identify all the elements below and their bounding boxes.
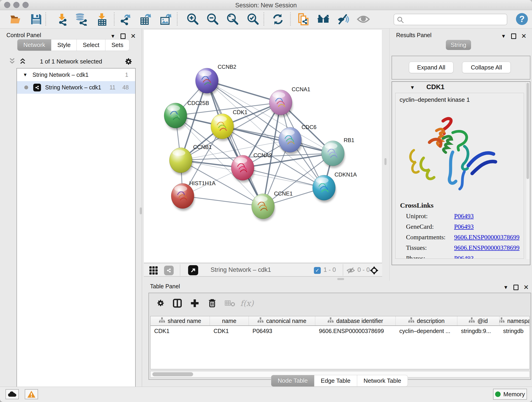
network-collection-row[interactable]: ▼ String Network – cdk1 1 xyxy=(17,69,135,81)
export-network-icon[interactable] xyxy=(119,12,133,26)
copy-network-icon[interactable] xyxy=(297,12,310,26)
tab-string[interactable]: String xyxy=(446,40,471,50)
scrollbar-thumb[interactable] xyxy=(152,372,193,376)
cloud-button[interactable] xyxy=(6,389,19,399)
table-cell[interactable]: P06493 xyxy=(249,326,315,336)
zoom-in-icon[interactable] xyxy=(186,12,199,26)
zoom-out-icon[interactable] xyxy=(206,12,219,26)
horizontal-splitter-handle[interactable] xyxy=(337,278,344,280)
function-builder-icon[interactable]: f(x) xyxy=(241,297,253,310)
import-network-file-icon[interactable] xyxy=(55,12,69,26)
panel-collapse-icon[interactable]: ▼ xyxy=(110,33,115,39)
panel-splitter-handle[interactable] xyxy=(140,207,142,214)
column-header-description[interactable]: description xyxy=(396,316,457,325)
network-row[interactable]: String Network – cdk1 11 48 xyxy=(17,81,135,94)
show-all-icon[interactable] xyxy=(356,12,370,26)
panel-collapse-icon[interactable]: ▼ xyxy=(501,33,506,39)
memory-button[interactable]: Memory xyxy=(493,389,527,400)
network-node-cdc25b[interactable] xyxy=(164,103,187,130)
table-options-gear-icon[interactable] xyxy=(154,297,167,310)
network-node-ccne1[interactable] xyxy=(252,194,275,221)
open-session-icon[interactable] xyxy=(9,12,23,26)
expand-all-button[interactable]: Expand All xyxy=(409,62,453,73)
table-row[interactable]: CDK1CDK1P064939606.ENSP00000378699cyclin… xyxy=(151,326,530,336)
selected-filter-checkbox[interactable]: ✓ xyxy=(314,267,321,274)
crosslink-value-link[interactable]: 9606.ENSP00000378699 xyxy=(454,234,519,241)
network-node-hist1h1a[interactable] xyxy=(171,183,195,211)
network-node-ccna1[interactable] xyxy=(269,90,293,117)
table-cell[interactable]: CDK1 xyxy=(151,326,210,336)
column-header-name[interactable]: name xyxy=(210,316,249,325)
search-input[interactable] xyxy=(394,14,507,25)
network-options-gear-icon[interactable] xyxy=(124,57,133,67)
delete-column-icon[interactable] xyxy=(206,297,219,310)
table-cell[interactable]: stringdb xyxy=(500,326,530,336)
panel-close-icon[interactable]: ✕ xyxy=(524,283,529,291)
tab-select[interactable]: Select xyxy=(77,39,105,51)
network-node-ccna2[interactable] xyxy=(231,155,254,182)
network-node-cdc6[interactable] xyxy=(279,127,302,154)
warnings-button[interactable] xyxy=(25,389,38,399)
network-canvas[interactable]: CCNB2CCNA1CDC25BCDK1CDC6RB1CCNB1CCNA2CDK… xyxy=(144,30,382,262)
hidden-eye-icon[interactable] xyxy=(346,267,355,275)
column-header-shared-name[interactable]: shared name xyxy=(151,316,210,325)
column-header-database-identifier[interactable]: database identifier xyxy=(315,316,396,325)
show-columns-icon[interactable] xyxy=(171,297,184,310)
scrollbar-thumb[interactable] xyxy=(526,83,529,179)
help-icon[interactable]: ? xyxy=(516,13,528,25)
results-vertical-scrollbar[interactable] xyxy=(526,82,530,259)
table-cell[interactable]: cyclin–dependent ... xyxy=(396,326,457,336)
tab-network-table[interactable]: Network Table xyxy=(357,375,408,387)
tab-sets[interactable]: Sets xyxy=(105,39,129,51)
crosslink-value-link[interactable]: 9606.ENSP00000378699 xyxy=(454,244,519,251)
tab-style[interactable]: Style xyxy=(51,39,77,51)
crosslink-value-link[interactable]: P06493 xyxy=(454,212,474,220)
network-node-cdk1[interactable] xyxy=(211,114,234,141)
panel-close-icon[interactable]: ✕ xyxy=(131,32,136,40)
add-column-icon[interactable] xyxy=(188,297,201,310)
open-in-window-icon[interactable] xyxy=(188,265,198,275)
network-edge[interactable] xyxy=(207,81,263,206)
birdseye-toggle-icon[interactable] xyxy=(370,266,379,276)
panel-close-icon[interactable]: ✕ xyxy=(521,32,526,40)
entry-collapse-icon[interactable]: ▼ xyxy=(410,85,415,90)
tab-network[interactable]: Network xyxy=(17,39,51,51)
table-cell[interactable]: CDK1 xyxy=(210,326,249,336)
entry-header[interactable]: ▼ CDK1 xyxy=(392,82,530,92)
zoom-selected-icon[interactable] xyxy=(246,12,260,26)
tab-node-table[interactable]: Node Table xyxy=(271,375,314,387)
network-edge[interactable] xyxy=(183,196,263,206)
panel-collapse-icon[interactable]: ▼ xyxy=(503,284,508,290)
column-header-canonical-name[interactable]: canonical name xyxy=(249,316,315,325)
crosslink-value-link[interactable]: P06493 xyxy=(454,223,474,230)
panel-float-icon[interactable] xyxy=(120,33,126,39)
collapse-all-button[interactable]: Collapse All xyxy=(462,62,511,73)
tree-expand-icon[interactable]: ▼ xyxy=(23,72,27,77)
panel-float-icon[interactable] xyxy=(513,285,519,290)
node-table[interactable]: shared namenamecanonical namedatabase id… xyxy=(150,316,530,369)
refresh-icon[interactable] xyxy=(271,12,285,26)
column-header--id[interactable]: @id xyxy=(457,316,500,325)
column-header-namespace[interactable]: namespace xyxy=(500,316,530,325)
network-node-ccnb2[interactable] xyxy=(196,68,219,95)
grid-view-icon[interactable] xyxy=(149,266,158,274)
zoom-fit-icon[interactable] xyxy=(225,12,239,26)
network-node-cdkn1a[interactable] xyxy=(312,175,336,202)
tab-edge-table[interactable]: Edge Table xyxy=(314,375,357,387)
import-network-database-icon[interactable] xyxy=(74,12,88,26)
vertical-splitter-handle[interactable] xyxy=(385,158,386,165)
table-cell[interactable]: stringdb:9... xyxy=(457,326,500,336)
crosslink-value-link[interactable]: P06493 xyxy=(454,255,474,259)
save-session-icon[interactable] xyxy=(29,12,43,26)
hide-selected-icon[interactable] xyxy=(336,12,350,26)
export-image-icon[interactable] xyxy=(159,12,173,26)
home-icon[interactable] xyxy=(317,12,330,26)
network-node-ccnb1[interactable] xyxy=(169,148,193,175)
delete-table-icon[interactable] xyxy=(224,297,236,310)
export-table-icon[interactable] xyxy=(139,12,153,26)
network-node-rb1[interactable] xyxy=(322,141,345,168)
panel-float-icon[interactable] xyxy=(511,33,516,39)
network-share-icon[interactable] xyxy=(164,266,174,275)
import-table-file-icon[interactable] xyxy=(95,12,109,26)
table-cell[interactable]: 9606.ENSP00000378699 xyxy=(315,326,396,336)
